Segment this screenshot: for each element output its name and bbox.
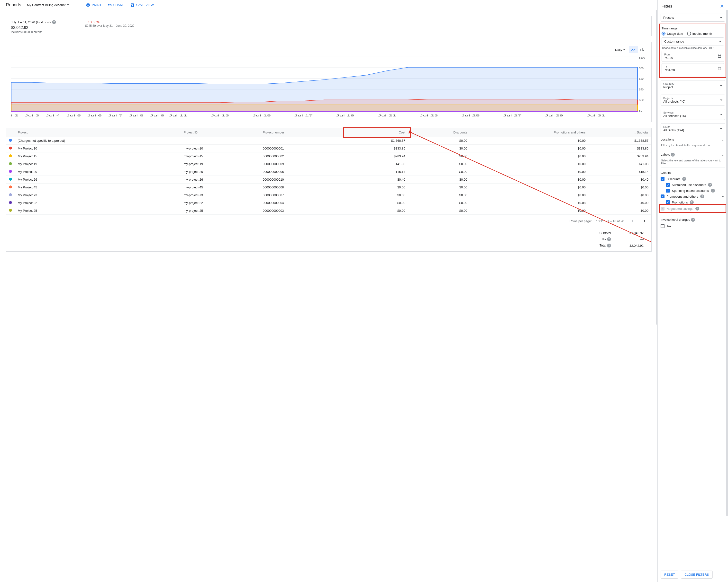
negotiated-checkbox: [660, 206, 665, 211]
link-icon: [107, 3, 112, 7]
svg-text:Jul 7: Jul 7: [108, 114, 123, 117]
table-row[interactable]: My Project 26 my-project-26 000000000010…: [6, 176, 651, 184]
range-type-selector[interactable]: Custom range: [661, 37, 724, 46]
svg-text:Jul 4: Jul 4: [45, 114, 60, 117]
credits-label: Credits: [660, 171, 725, 174]
table-row[interactable]: My Project 25 my-project-25 000000000003…: [6, 207, 651, 215]
chevron-up-icon[interactable]: [721, 177, 725, 181]
pager-next-button[interactable]: [641, 217, 648, 225]
svg-text:Jul 11: Jul 11: [169, 114, 187, 117]
labels-toggle[interactable]: Labels ?: [660, 153, 725, 158]
series-color-dot: [9, 178, 12, 181]
help-icon[interactable]: ?: [607, 244, 611, 248]
series-color-dot: [9, 193, 12, 196]
close-filters-button[interactable]: CLOSE FILTERS: [681, 571, 712, 579]
calendar-icon: [718, 66, 722, 71]
delta-pct: 13.66%: [88, 20, 99, 24]
series-color-dot: [9, 201, 12, 204]
th-promo[interactable]: Promotions and others: [470, 128, 588, 137]
svg-rect-1: [642, 48, 642, 51]
table-row[interactable]: My Project 22 my-project-22 000000000004…: [6, 199, 651, 207]
from-date-input[interactable]: From 7/1/20: [661, 51, 724, 62]
save-view-button[interactable]: SAVE VIEW: [130, 3, 154, 7]
svg-text:Jul 3: Jul 3: [25, 114, 39, 117]
pager-prev-button[interactable]: [628, 217, 636, 225]
th-cost[interactable]: Cost: [345, 128, 408, 137]
table-row[interactable]: My Project 10 my-project-10 000000000001…: [6, 145, 651, 153]
save-icon: [130, 3, 135, 7]
rows-per-page-selector[interactable]: 10: [596, 219, 603, 223]
help-icon[interactable]: ?: [691, 218, 695, 222]
spending-checkbox[interactable]: [666, 189, 670, 193]
series-color-dot: [9, 209, 12, 212]
help-icon[interactable]: ?: [708, 183, 712, 187]
page-title: Reports: [6, 2, 21, 7]
caret-down-icon: [720, 84, 722, 87]
svg-text:Jul 17: Jul 17: [294, 114, 313, 117]
print-icon: [86, 3, 90, 7]
usage-date-radio[interactable]: Usage date: [661, 32, 683, 35]
invoice-charges-label: Invoice level charges: [660, 218, 690, 221]
series-color-dot: [9, 146, 12, 149]
line-chart-toggle[interactable]: [629, 46, 638, 53]
to-date-input[interactable]: To 7/31/20: [661, 63, 724, 74]
sustained-checkbox[interactable]: [666, 183, 670, 187]
th-project-id[interactable]: Project ID: [181, 128, 260, 137]
svg-text:Jul 29: Jul 29: [545, 114, 563, 117]
filters-title: Filters: [661, 4, 672, 8]
series-color-dot: [9, 155, 12, 157]
granularity-selector[interactable]: Daily: [615, 48, 626, 52]
table-row[interactable]: My Project 20 my-project-20 000000000006…: [6, 168, 651, 176]
reset-button[interactable]: RESET: [660, 571, 678, 579]
table-row[interactable]: My Project 19 my-project-19 000000000009…: [6, 160, 651, 168]
share-button[interactable]: SHARE: [107, 3, 125, 7]
caret-down-icon: [720, 98, 722, 102]
help-icon[interactable]: ?: [695, 206, 699, 211]
table-row[interactable]: My Project 73 my-project-73 000000000007…: [6, 191, 651, 199]
table-row[interactable]: [Charges not specific to a project] — $1…: [6, 137, 651, 145]
th-subtotal[interactable]: ↓Subtotal: [589, 128, 651, 137]
account-selector[interactable]: My Contract Billing Account: [27, 3, 69, 7]
caret-down-icon: [720, 127, 722, 131]
usage-data-note: Usage data is available since January 20…: [661, 46, 724, 49]
svg-text:Jul 5: Jul 5: [66, 114, 81, 117]
invoice-month-radio[interactable]: Invoice month: [687, 32, 712, 35]
help-icon[interactable]: ?: [690, 200, 694, 204]
arrow-up-icon: ↑: [85, 20, 87, 24]
tax-value: —: [625, 236, 648, 242]
close-icon[interactable]: ✕: [720, 3, 724, 9]
series-color-dot: [9, 170, 12, 173]
th-project[interactable]: Project: [15, 128, 181, 137]
help-icon[interactable]: ?: [682, 177, 686, 181]
bar-chart-toggle[interactable]: [638, 46, 647, 53]
filters-scrollbar[interactable]: [726, 10, 728, 572]
help-icon[interactable]: ?: [52, 20, 56, 24]
chevron-down-icon: [721, 153, 725, 158]
svg-text:Jul 8: Jul 8: [129, 114, 144, 117]
discounts-checkbox[interactable]: [660, 177, 665, 181]
table-row[interactable]: My Project 45 my-project-45 000000000008…: [6, 184, 651, 191]
print-button[interactable]: PRINT: [86, 3, 101, 7]
help-icon[interactable]: ?: [671, 153, 675, 157]
projects-table: Project Project ID Project number Cost D…: [6, 128, 651, 215]
skus-selector[interactable]: SKUs All SKUs (194): [660, 123, 725, 134]
svg-text:Jul 25: Jul 25: [461, 114, 480, 117]
filters-panel: Filters ✕ Presets Time range Usage date …: [657, 0, 728, 582]
svg-text:Jul 9: Jul 9: [150, 114, 164, 117]
chevron-up-icon[interactable]: [721, 194, 725, 199]
th-discounts[interactable]: Discounts: [408, 128, 470, 137]
table-row[interactable]: My Project 15 my-project-15 000000000002…: [6, 153, 651, 160]
promo-checkbox[interactable]: [660, 194, 665, 198]
main-scrollbar[interactable]: [655, 10, 657, 582]
locations-toggle[interactable]: Locations: [660, 138, 725, 143]
help-icon[interactable]: ?: [711, 189, 715, 193]
services-selector[interactable]: Services All services (16): [660, 109, 725, 120]
projects-selector[interactable]: Projects All projects (40): [660, 94, 725, 106]
help-icon[interactable]: ?: [607, 237, 611, 241]
tax-checkbox[interactable]: [660, 224, 665, 228]
group-by-selector[interactable]: Group by Project: [660, 80, 725, 91]
presets-selector[interactable]: Presets: [660, 13, 725, 22]
th-project-number[interactable]: Project number: [260, 128, 345, 137]
promotions-checkbox[interactable]: [666, 200, 670, 204]
help-icon[interactable]: ?: [700, 194, 704, 198]
